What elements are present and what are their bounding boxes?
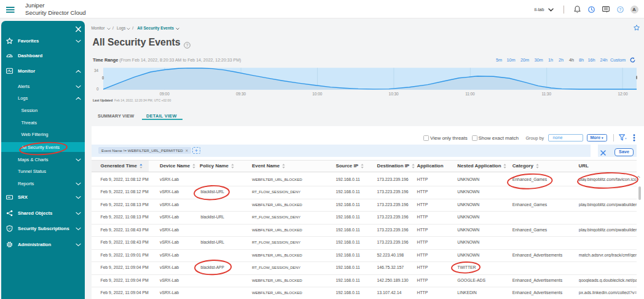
svg-text:?: ? — [619, 7, 621, 12]
svg-text:?: ? — [186, 43, 188, 47]
